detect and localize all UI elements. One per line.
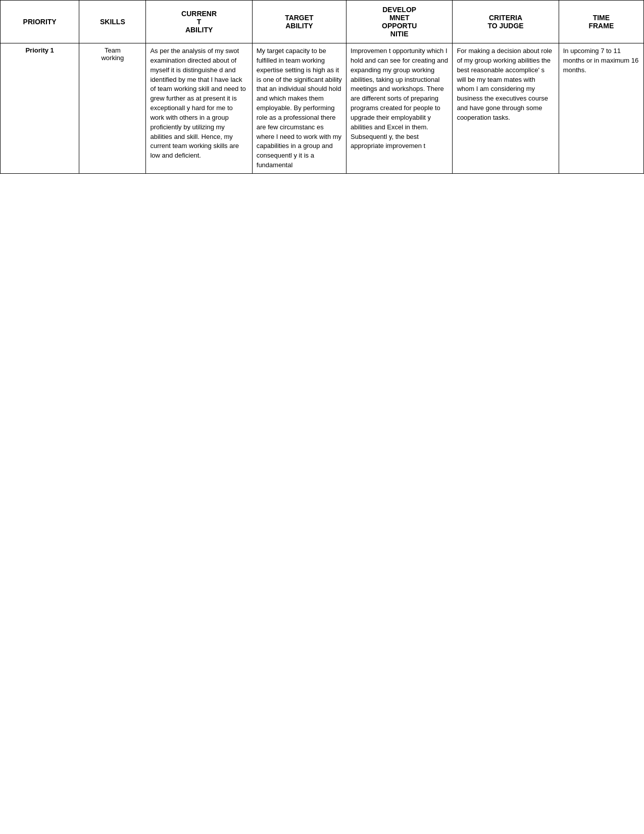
header-criteria: CRITERIA TO JUDGE	[453, 1, 559, 43]
priority-cell: Priority 1	[1, 43, 79, 174]
header-skills: SKILLS	[79, 1, 146, 43]
develop-cell: Improvemen t opportunity which I hold an…	[346, 43, 453, 174]
header-develop: DEVELOP MNET OPPORTU NITIE	[346, 1, 453, 43]
header-priority: PRIORITY	[1, 1, 79, 43]
skills-cell: Team working	[79, 43, 146, 174]
current-ability-cell: As per the analysis of my swot examinati…	[146, 43, 252, 174]
header-current: CURRENR T ABILITY	[146, 1, 252, 43]
target-ability-cell: My target capacity to be fulfilled in te…	[252, 43, 346, 174]
header-target: TARGET ABILITY	[252, 1, 346, 43]
header-row: PRIORITY SKILLS CURRENR T ABILITY TARGET…	[1, 1, 644, 43]
time-cell: In upcoming 7 to 11 months or in maximum…	[559, 43, 643, 174]
table-row: Priority 1 Team working As per the analy…	[1, 43, 644, 174]
header-time: TIME FRAME	[559, 1, 643, 43]
criteria-cell: For making a decision about role of my g…	[453, 43, 559, 174]
